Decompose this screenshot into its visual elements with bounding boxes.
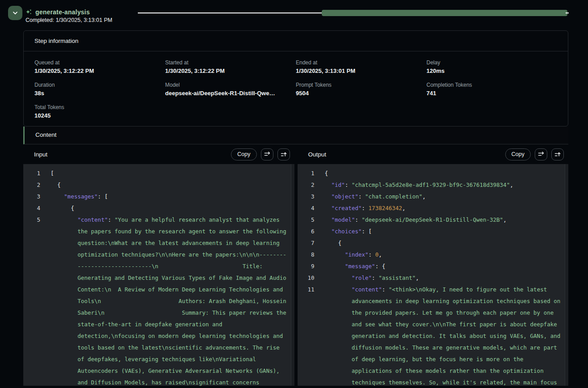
output-panel-header: Output Copy (298, 144, 569, 164)
step-information-grid: Queued at 1/30/2025, 3:12:22 PM Started … (24, 51, 568, 126)
field-label: Total Tokens (34, 104, 165, 110)
wrap-text-icon (537, 151, 545, 158)
step-information-title: Step information (24, 31, 568, 51)
input-panel-header: Input Copy (23, 144, 294, 164)
field-label: Model (165, 82, 296, 88)
field-delay: Delay 120ms (426, 59, 557, 74)
line-number: 4 (23, 202, 40, 214)
code-line: 5"content": "You are a helpful research … (23, 214, 294, 386)
expand-button[interactable] (277, 148, 290, 160)
line-number: 3 (298, 191, 315, 202)
field-value: 9504 (296, 90, 426, 97)
field-value: 10245 (34, 112, 165, 119)
field-model: Model deepseek-ai/DeepSeek-R1-Distill-Qw… (165, 82, 296, 97)
code-line: 2"id": "chatcmpl-5a5d2e8e-adf1-9329-bf9c… (298, 179, 569, 191)
wrap-text-button[interactable] (261, 148, 273, 160)
code-line: 1[ (23, 168, 294, 179)
field-label: Duration (34, 82, 165, 88)
input-panel: Input Copy 1[2{3"message (23, 144, 294, 386)
output-scrollbar[interactable] (565, 164, 568, 386)
output-panel-actions: Copy (505, 148, 564, 160)
line-number: 8 (298, 249, 315, 261)
code-content: "index": 0, (325, 249, 562, 261)
code-line: 11"content": "<think>\nOkay, I need to f… (298, 284, 569, 386)
sparkles-icon (25, 8, 32, 16)
code-content: "id": "chatcmpl-5a5d2e8e-adf1-9329-bf9c-… (325, 179, 562, 191)
code-line: 8"index": 0, (298, 249, 569, 261)
content-panels: Input Copy 1[2{3"message (23, 144, 568, 386)
line-number: 1 (23, 168, 40, 179)
field-label: Prompt Tokens (296, 82, 426, 88)
field-value: 1/30/2025, 3:12:22 PM (34, 67, 165, 74)
code-content: { (325, 168, 562, 179)
input-code-viewer[interactable]: 1[2{3"messages": [4{5"content": "You are… (23, 164, 294, 386)
code-content: [ (51, 168, 287, 179)
expand-button[interactable] (551, 148, 564, 160)
timeline-end-tick (566, 13, 569, 13)
code-content: "content": "You are a helpful research a… (51, 214, 287, 386)
output-panel-title: Output (308, 151, 505, 158)
code-content: "object": "chat.completion", (325, 191, 562, 202)
code-line: 4{ (23, 202, 294, 214)
line-number: 2 (23, 179, 40, 191)
line-number: 4 (298, 202, 315, 214)
code-content: { (325, 237, 562, 249)
code-content: "role": "assistant", (325, 272, 562, 284)
line-number: 6 (298, 226, 315, 237)
code-lines-output: 1{2"id": "chatcmpl-5a5d2e8e-adf1-9329-bf… (298, 168, 569, 386)
output-panel: Output Copy 1{2"id": "ch (298, 144, 569, 386)
field-total-tokens: Total Tokens 10245 (34, 104, 165, 119)
collapse-step-button[interactable] (8, 6, 22, 20)
field-completion-tokens: Completion Tokens 741 (426, 82, 557, 97)
field-label: Completion Tokens (426, 82, 557, 88)
field-label: Ended at (296, 59, 426, 66)
code-content: "model": "deepseek-ai/DeepSeek-R1-Distil… (325, 214, 562, 226)
line-number: 5 (298, 214, 315, 226)
field-prompt-tokens: Prompt Tokens 9504 (296, 82, 426, 97)
field-value: 38s (34, 90, 165, 97)
field-value: 120ms (426, 67, 557, 74)
expand-icon (554, 151, 561, 158)
copy-button[interactable]: Copy (231, 148, 256, 160)
trace-header: generate-analysis Completed: 1/30/2025, … (0, 0, 588, 27)
code-content: { (51, 179, 287, 191)
code-line: 9"message": { (298, 261, 569, 272)
line-number: 9 (298, 261, 315, 272)
code-line: 6"choices": [ (298, 226, 569, 237)
line-number: 11 (298, 284, 315, 295)
step-name[interactable]: generate-analysis (35, 8, 90, 16)
code-line: 4"created": 1738246342, (298, 202, 569, 214)
code-content: "message": { (325, 261, 562, 272)
code-content: { (51, 202, 287, 214)
timeline-track (138, 13, 322, 13)
code-line: 10"role": "assistant", (298, 272, 569, 284)
code-line: 3"object": "chat.completion", (298, 191, 569, 202)
code-line: 5"model": "deepseek-ai/DeepSeek-R1-Disti… (298, 214, 569, 226)
copy-button[interactable]: Copy (505, 148, 531, 160)
code-line: 3"messages": [ (23, 191, 294, 202)
timeline-duration-bar[interactable] (322, 10, 567, 16)
wrap-text-button[interactable] (535, 148, 547, 160)
step-information-card: Step information Queued at 1/30/2025, 3:… (23, 30, 568, 127)
field-started-at: Started at 1/30/2025, 3:12:22 PM (165, 59, 296, 74)
output-code-viewer[interactable]: 1{2"id": "chatcmpl-5a5d2e8e-adf1-9329-bf… (298, 164, 569, 386)
field-value: 1/30/2025, 3:12:22 PM (165, 67, 296, 74)
field-queued-at: Queued at 1/30/2025, 3:12:22 PM (34, 59, 165, 74)
field-value: deepseek-ai/DeepSeek-R1-Distill-Qwe… (165, 90, 296, 97)
field-duration: Duration 38s (34, 82, 165, 97)
line-number: 7 (298, 237, 315, 249)
code-content: "created": 1738246342, (325, 202, 562, 214)
input-scrollbar[interactable] (291, 164, 294, 386)
field-label: Delay (426, 59, 557, 66)
content-section-header: Content (23, 127, 568, 144)
field-label: Started at (165, 59, 296, 66)
code-content: "content": "<think>\nOkay, I need to fig… (325, 284, 562, 386)
line-number: 1 (298, 168, 315, 179)
field-value: 1/30/2025, 3:13:01 PM (296, 67, 426, 74)
field-label: Queued at (34, 59, 165, 66)
expand-icon (280, 151, 287, 158)
code-line: 1{ (298, 168, 569, 179)
code-content: "messages": [ (51, 191, 287, 202)
field-ended-at: Ended at 1/30/2025, 3:13:01 PM (296, 59, 426, 74)
line-number: 5 (23, 214, 40, 226)
